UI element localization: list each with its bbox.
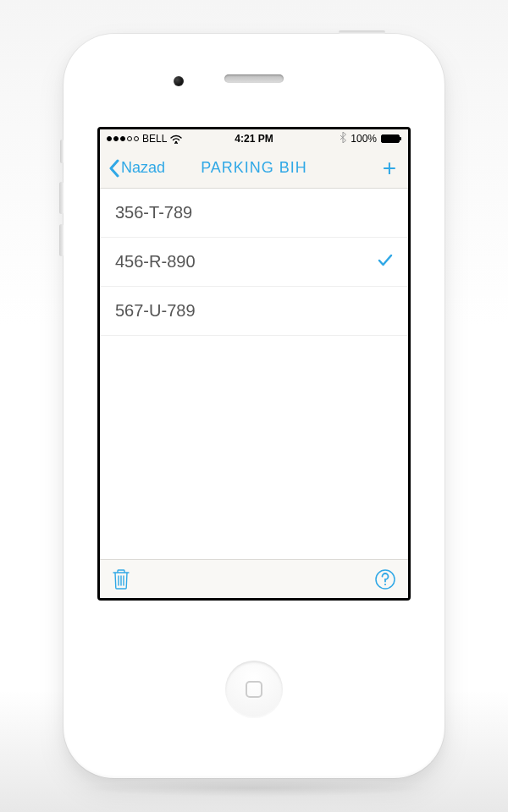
chevron-left-icon: [108, 159, 119, 178]
earpiece-speaker: [224, 74, 284, 83]
plate-label: 356-T-789: [115, 203, 192, 222]
plate-label: 567-U-789: [115, 301, 196, 321]
phone-device-frame: BELL 4:21 PM 100%: [64, 34, 444, 778]
delete-button[interactable]: [112, 568, 130, 590]
navigation-bar: Nazad PARKING BIH +: [100, 148, 408, 189]
list-item[interactable]: 567-U-789: [100, 287, 408, 336]
help-button[interactable]: [374, 568, 396, 590]
status-right: 100%: [340, 132, 401, 145]
volume-down-button: [59, 224, 64, 256]
back-button[interactable]: Nazad: [108, 159, 165, 178]
bluetooth-icon: [340, 132, 346, 145]
phone-screen: BELL 4:21 PM 100%: [97, 127, 411, 601]
page-title: PARKING BIH: [201, 159, 307, 177]
list-item[interactable]: 356-T-789: [100, 189, 408, 238]
help-icon: [374, 568, 396, 590]
status-time: 4:21 PM: [235, 133, 273, 145]
add-button[interactable]: +: [383, 156, 400, 180]
svg-point-0: [175, 140, 177, 142]
front-camera: [174, 76, 184, 86]
battery-icon: [381, 134, 401, 143]
checkmark-icon: [378, 252, 393, 272]
svg-point-2: [384, 583, 386, 584]
home-button-icon: [246, 681, 262, 698]
plate-label: 456-R-890: [115, 252, 196, 272]
wifi-icon: [170, 134, 182, 144]
back-label: Nazad: [121, 159, 165, 177]
status-bar: BELL 4:21 PM 100%: [100, 129, 408, 148]
phone-bottom-bezel: [225, 601, 283, 778]
cellular-signal-icon: [107, 136, 139, 141]
status-left: BELL: [107, 133, 182, 145]
phone-reflection: [76, 780, 432, 797]
list-item[interactable]: 456-R-890: [100, 238, 408, 287]
trash-icon: [112, 568, 130, 590]
list-content[interactable]: 356-T-789 456-R-890 567-U-789: [100, 189, 408, 559]
home-button: [225, 661, 283, 718]
bottom-toolbar: [100, 559, 408, 598]
battery-percentage: 100%: [351, 133, 377, 145]
volume-up-button: [59, 182, 64, 214]
phone-top-bezel: [64, 34, 444, 127]
mute-switch: [60, 140, 64, 163]
carrier-label: BELL: [142, 133, 167, 145]
